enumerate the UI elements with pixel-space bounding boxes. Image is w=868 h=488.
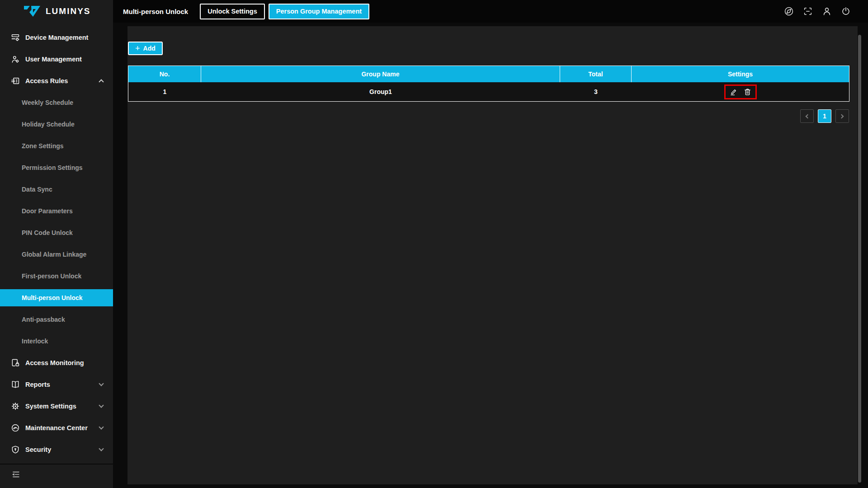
maintenance-center-icon (11, 423, 20, 432)
sidebar-item-label: Weekly Schedule (22, 99, 73, 106)
sidebar-item-weekly-schedule[interactable]: Weekly Schedule (0, 92, 113, 113)
sidebar-item-system-settings[interactable]: System Settings (0, 395, 113, 417)
collapse-sidebar-button[interactable] (10, 470, 22, 480)
sidebar-item-label: Global Alarm Linkage (22, 251, 86, 258)
sidebar-item-label: Access Rules (25, 77, 68, 84)
sidebar-item-first-person-unlock[interactable]: First-person Unlock (0, 265, 113, 287)
sidebar-item-permission-settings[interactable]: Permission Settings (0, 157, 113, 178)
sidebar-item-label: Zone Settings (22, 142, 64, 150)
app-window: LUMINYS Device Management (0, 0, 868, 488)
sidebar-item-label: Permission Settings (22, 164, 83, 171)
sidebar-item-label: Interlock (22, 338, 48, 345)
tab-person-group-management[interactable]: Person Group Management (269, 4, 369, 19)
user-management-icon (11, 55, 20, 64)
sidebar-item-label: Maintenance Center (25, 424, 88, 432)
main-content: + Add No. Group Name Total Settings 1 Gr… (113, 23, 868, 488)
sidebar-item-holiday-schedule[interactable]: Holiday Schedule (0, 113, 113, 135)
security-shield-icon (11, 445, 20, 454)
fullscreen-scan-button[interactable] (803, 6, 813, 16)
sidebar-item-global-alarm-linkage[interactable]: Global Alarm Linkage (0, 244, 113, 265)
sidebar-item-reports[interactable]: Reports (0, 374, 113, 395)
edit-button[interactable] (729, 88, 738, 96)
table-row[interactable]: 1 Group1 3 (128, 82, 849, 101)
chevron-right-icon (840, 114, 844, 118)
annotation-highlight-box (724, 84, 757, 99)
sidebar-nav: Device Management User Management (0, 23, 113, 460)
brand-name: LUMINYS (46, 6, 91, 16)
sidebar-item-multi-person-unlock[interactable]: Multi-person Unlock (0, 289, 113, 306)
cell-group-name: Group1 (201, 82, 560, 101)
next-page-button[interactable] (835, 109, 849, 123)
column-header-settings[interactable]: Settings (632, 66, 849, 82)
delete-button[interactable] (743, 88, 752, 96)
add-button[interactable]: + Add (128, 42, 163, 55)
chevron-down-icon (99, 403, 104, 408)
table-header-row: No. Group Name Total Settings (128, 66, 849, 82)
tab-unlock-settings[interactable]: Unlock Settings (200, 4, 265, 19)
sidebar-item-access-rules[interactable]: Access Rules (0, 70, 113, 92)
sidebar-item-label: User Management (25, 56, 82, 63)
page-title: Multi-person Unlock (123, 8, 188, 15)
sidebar-item-label: Data Sync (22, 186, 52, 193)
sidebar-item-label: Access Monitoring (25, 359, 84, 366)
topbar-icons (784, 6, 851, 16)
chevron-left-icon (806, 114, 810, 118)
column-header-group-name[interactable]: Group Name (201, 66, 560, 82)
pagination: 1 (800, 109, 849, 123)
system-settings-icon (11, 402, 20, 411)
sidebar-item-device-management[interactable]: Device Management (0, 27, 113, 48)
sidebar-item-security[interactable]: Security (0, 439, 113, 460)
sidebar-item-label: PIN Code Unlock (22, 229, 73, 236)
column-header-no[interactable]: No. (128, 66, 201, 82)
sidebar-item-anti-passback[interactable]: Anti-passback (0, 309, 113, 330)
compass-button[interactable] (784, 6, 794, 16)
column-header-total[interactable]: Total (560, 66, 632, 82)
sidebar-item-interlock[interactable]: Interlock (0, 330, 113, 352)
fullscreen-scan-icon (803, 6, 813, 16)
compass-icon (784, 6, 794, 16)
power-icon (841, 6, 851, 16)
user-profile-icon (822, 6, 832, 16)
sidebar-item-maintenance-center[interactable]: Maintenance Center (0, 417, 113, 439)
vertical-scrollbar[interactable] (858, 35, 861, 483)
sidebar-item-label: Multi-person Unlock (22, 294, 83, 301)
sidebar-item-label: Security (25, 446, 51, 453)
sidebar-item-door-parameters[interactable]: Door Parameters (0, 200, 113, 222)
prev-page-button[interactable] (800, 109, 814, 123)
plus-icon: + (135, 44, 140, 52)
topbar: Multi-person Unlock Unlock Settings Pers… (113, 0, 868, 23)
sidebar-item-label: System Settings (25, 403, 76, 410)
sidebar-item-label: Reports (25, 381, 50, 388)
sidebar: LUMINYS Device Management (0, 0, 113, 488)
cell-settings (632, 82, 849, 101)
sidebar-item-label: Holiday Schedule (22, 121, 75, 128)
cell-no: 1 (128, 82, 201, 101)
sidebar-item-label: First-person Unlock (22, 272, 81, 280)
sidebar-item-data-sync[interactable]: Data Sync (0, 178, 113, 200)
device-management-icon (11, 33, 20, 42)
access-monitoring-icon (11, 358, 20, 367)
sidebar-footer-divider (0, 464, 113, 465)
sidebar-item-label: Door Parameters (22, 207, 73, 215)
delete-icon (743, 88, 752, 96)
chevron-down-icon (99, 424, 104, 429)
chevron-up-icon (99, 79, 104, 84)
power-button[interactable] (841, 6, 851, 16)
chevron-down-icon (99, 381, 104, 386)
add-button-label: Add (143, 45, 156, 52)
sidebar-item-zone-settings[interactable]: Zone Settings (0, 135, 113, 157)
sidebar-item-access-monitoring[interactable]: Access Monitoring (0, 352, 113, 374)
sidebar-item-label: Device Management (25, 34, 88, 41)
reports-icon (11, 380, 20, 389)
access-rules-icon (11, 76, 20, 85)
cell-total: 3 (560, 82, 632, 101)
luminys-logo-icon (24, 5, 41, 18)
brand-header: LUMINYS (0, 0, 113, 23)
chevron-down-icon (99, 446, 104, 451)
sidebar-item-label: Anti-passback (22, 316, 65, 323)
user-profile-button[interactable] (822, 6, 832, 16)
page-button-1[interactable]: 1 (818, 109, 831, 123)
sidebar-item-user-management[interactable]: User Management (0, 48, 113, 70)
sidebar-item-pin-code-unlock[interactable]: PIN Code Unlock (0, 222, 113, 244)
collapse-sidebar-icon (11, 470, 20, 479)
